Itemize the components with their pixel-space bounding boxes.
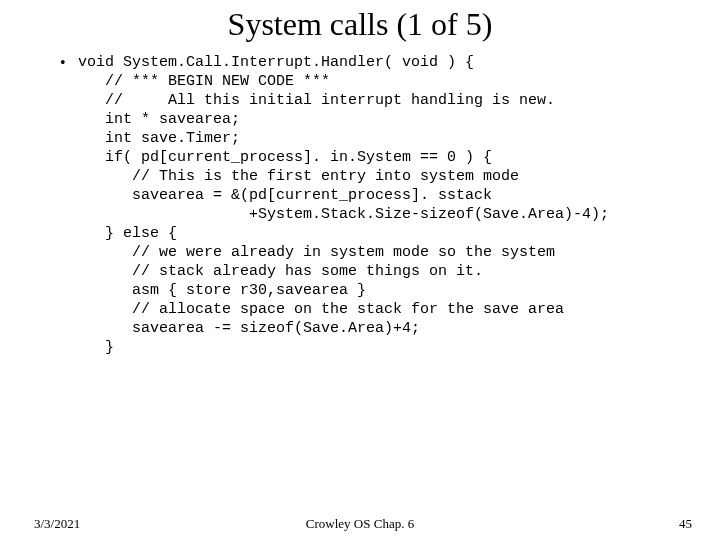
- code-block: void System.Call.Interrupt.Handler( void…: [78, 53, 609, 357]
- footer-date: 3/3/2021: [34, 516, 80, 532]
- footer-page-number: 45: [679, 516, 692, 532]
- slide-title: System calls (1 of 5): [0, 6, 720, 43]
- slide-body: • void System.Call.Interrupt.Handler( vo…: [0, 53, 720, 357]
- bullet-item: • void System.Call.Interrupt.Handler( vo…: [60, 53, 680, 357]
- footer-center: Crowley OS Chap. 6: [0, 516, 720, 532]
- slide: System calls (1 of 5) • void System.Call…: [0, 6, 720, 540]
- bullet-marker: •: [60, 53, 78, 73]
- footer: 3/3/2021 Crowley OS Chap. 6 45: [0, 516, 720, 532]
